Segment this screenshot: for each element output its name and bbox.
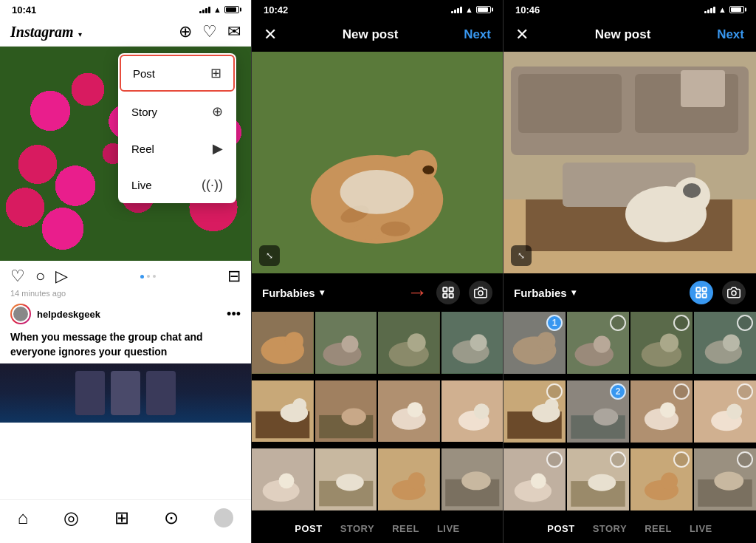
grid-cell-3-8[interactable] — [694, 380, 756, 443]
camera-button-3[interactable] — [722, 281, 746, 304]
grid-cell-6[interactable] — [315, 380, 377, 443]
like-icon[interactable]: ♡ — [10, 267, 25, 286]
tab-reel-3[interactable]: REEL — [645, 523, 672, 534]
thumb-12 — [441, 448, 504, 510]
more-options-icon[interactable]: ••• — [227, 307, 241, 322]
post-user-row: helpdeskgeek ••• — [0, 301, 251, 327]
post-actions-left: ♡ ○ ▷ — [10, 267, 68, 286]
signal-bar-1 — [199, 11, 202, 13]
create-menu-dropdown: Post ⊞ Story ⊕ Reel ▶ Live ((·)) — [118, 53, 236, 203]
save-icon[interactable]: ⊟ — [227, 267, 241, 286]
unselected-badge-7 — [673, 383, 690, 400]
battery-fill-3 — [731, 7, 741, 12]
svg-point-44 — [336, 474, 364, 491]
nav-add-icon[interactable]: ⊞ — [114, 508, 129, 528]
unselected-badge-2 — [610, 315, 626, 331]
grid-cell-3[interactable] — [378, 312, 440, 374]
tab-live-2[interactable]: LIVE — [437, 523, 460, 534]
grid-cell-3-6[interactable]: 2 — [567, 380, 629, 443]
username-label[interactable]: helpdeskgeek — [37, 309, 100, 320]
grid-cell-3-4[interactable] — [694, 312, 756, 374]
close-button-2[interactable]: ✕ — [264, 25, 277, 44]
svg-point-69 — [513, 337, 557, 365]
multi-select-button[interactable] — [436, 281, 460, 304]
grid-cell-7[interactable] — [378, 380, 440, 443]
expand-button[interactable]: ⤡ — [259, 245, 280, 266]
new-post-title-3: New post — [595, 27, 651, 42]
grid-cell-4[interactable] — [441, 312, 504, 374]
album-chevron-2: ▾ — [320, 287, 324, 298]
instagram-header: Instagram ▾ ⊕ ♡ ✉ — [0, 18, 251, 47]
nav-profile-avatar[interactable] — [214, 508, 233, 527]
menu-item-story[interactable]: Story ⊕ — [118, 93, 236, 130]
svg-point-35 — [408, 402, 423, 417]
tab-post-2[interactable]: POST — [295, 523, 322, 534]
grid-cell-3-11[interactable] — [630, 448, 693, 510]
grid-cell-3-5[interactable] — [504, 380, 566, 443]
tab-story-2[interactable]: STORY — [340, 523, 375, 534]
tab-reel-2[interactable]: REEL — [392, 523, 419, 534]
svg-point-47 — [408, 473, 425, 490]
heart-icon[interactable]: ♡ — [202, 22, 217, 41]
comment-icon[interactable]: ○ — [35, 267, 45, 286]
close-button-3[interactable]: ✕ — [515, 25, 529, 44]
instagram-logo-text: Instagram — [10, 24, 74, 40]
menu-item-reel[interactable]: Reel ▶ — [118, 130, 236, 167]
video-frame — [0, 363, 251, 423]
grid-cell-3-3[interactable] — [630, 312, 693, 374]
album-name-3[interactable]: Furbabies ▾ — [514, 287, 576, 299]
grid-cell-1[interactable] — [252, 312, 314, 374]
phone-2: 10:42 ▲ ✕ New post Next — [252, 0, 504, 543]
tab-live-3[interactable]: LIVE — [690, 523, 712, 534]
wifi-icon: ▲ — [213, 5, 221, 14]
nav-shop-icon[interactable]: ⊙ — [164, 508, 179, 528]
grid-cell-11[interactable] — [378, 448, 440, 510]
grid-cell-3-7[interactable] — [630, 380, 693, 443]
camera-button-2[interactable] — [469, 281, 492, 304]
next-button-3[interactable]: Next — [717, 27, 744, 42]
multi-select-button-active[interactable] — [690, 281, 713, 304]
messenger-icon[interactable]: ✉ — [227, 22, 241, 41]
svg-rect-55 — [518, 74, 622, 133]
grid-cell-12[interactable] — [441, 448, 504, 510]
grid-cell-9[interactable] — [252, 448, 314, 510]
status-time-1: 10:41 — [12, 4, 36, 16]
multi-select-icon-active — [695, 286, 708, 299]
avatar-image — [12, 305, 30, 323]
album-name-2[interactable]: Furbabies ▾ — [262, 287, 324, 299]
thumb-2 — [315, 312, 377, 374]
grid-cell-3-9[interactable] — [504, 448, 566, 510]
live-broadcast-icon: ((·)) — [202, 177, 223, 193]
media-tab-bar-2: POST STORY REEL LIVE — [252, 516, 503, 543]
signal-bar-2 — [202, 10, 205, 13]
svg-rect-85 — [571, 415, 625, 439]
menu-item-post[interactable]: Post ⊞ — [120, 55, 235, 92]
expand-button-3[interactable]: ⤡ — [511, 245, 532, 266]
tab-story-3[interactable]: STORY — [593, 523, 628, 534]
tab-post-3[interactable]: POST — [547, 523, 574, 534]
svg-rect-66 — [703, 294, 707, 298]
share-icon[interactable]: ▷ — [55, 267, 68, 286]
svg-rect-63 — [696, 287, 700, 291]
grid-cell-3-10[interactable] — [567, 448, 629, 510]
grid-cell-3-12[interactable] — [694, 448, 756, 510]
nav-search-icon[interactable]: ◎ — [63, 508, 79, 528]
nav-home-icon[interactable]: ⌂ — [18, 508, 29, 528]
grid-cell-3-2[interactable] — [567, 312, 629, 374]
grid-cell-8[interactable] — [441, 380, 504, 443]
grid-cell-10[interactable] — [315, 448, 377, 510]
instagram-logo: Instagram ▾ — [10, 24, 82, 41]
grid-cell-5[interactable] — [252, 380, 314, 443]
svg-point-76 — [660, 333, 678, 352]
grid-cell-3-1[interactable]: 1 — [504, 312, 566, 374]
svg-point-16 — [285, 332, 303, 350]
menu-item-post-label: Post — [133, 67, 155, 80]
thumb-6 — [315, 380, 377, 443]
next-button-2[interactable]: Next — [464, 27, 491, 42]
thumb-4 — [441, 312, 504, 374]
grid-cell-2[interactable] — [315, 312, 377, 374]
add-post-icon[interactable]: ⊕ — [179, 22, 192, 41]
status-time-3: 10:46 — [515, 4, 540, 16]
thumb-10 — [315, 448, 377, 510]
menu-item-live[interactable]: Live ((·)) — [118, 167, 236, 203]
